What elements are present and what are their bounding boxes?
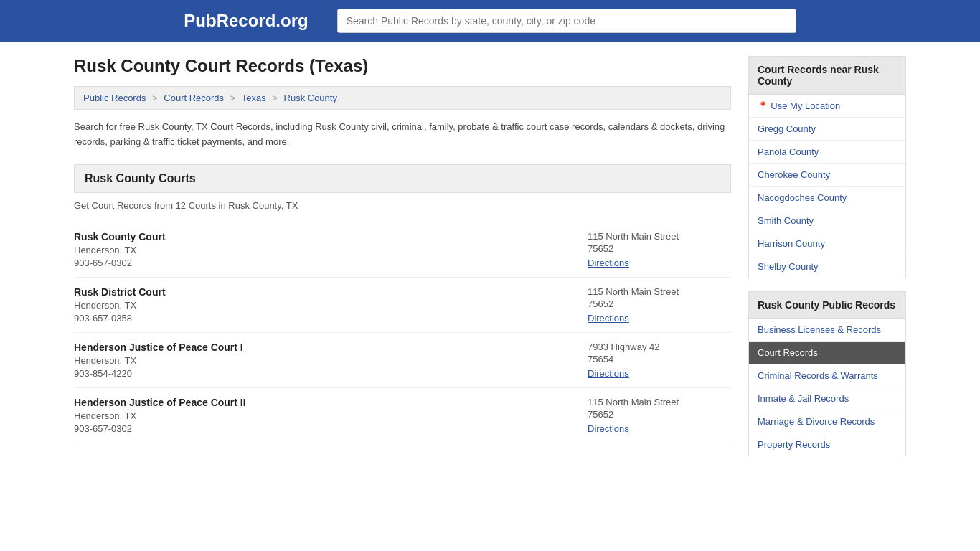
court-city: Henderson, TX <box>74 245 166 255</box>
court-left: Henderson Justice of Peace Court II Hend… <box>74 397 246 434</box>
page-description: Search for free Rusk County, TX Court Re… <box>74 120 731 150</box>
court-left: Rusk District Court Henderson, TX 903-65… <box>74 286 166 324</box>
breadcrumb-court-records[interactable]: Court Records <box>164 93 224 103</box>
directions-link[interactable]: Directions <box>588 423 629 434</box>
sidebar: Court Records near Rusk County Use My Lo… <box>748 56 906 469</box>
directions-link[interactable]: Directions <box>588 368 629 379</box>
court-address: 115 North Main Street <box>588 397 731 408</box>
main-content: Rusk County Court Records (Texas) Public… <box>74 56 731 469</box>
site-title[interactable]: PubRecord.org <box>184 11 308 31</box>
breadcrumb-sep-1: > <box>152 93 158 103</box>
sidebar-item-shelby-county[interactable]: Shelby County <box>749 255 905 278</box>
court-name: Rusk District Court <box>74 286 166 298</box>
courts-intro: Get Court Records from 12 Courts in Rusk… <box>74 200 731 211</box>
directions-link[interactable]: Directions <box>588 258 629 268</box>
court-right: 115 North Main Street 75652 Directions <box>588 397 731 434</box>
court-zip: 75652 <box>588 409 731 420</box>
sidebar-item-gregg-county[interactable]: Gregg County <box>749 118 905 141</box>
court-right: 7933 Highway 42 75654 Directions <box>588 342 731 379</box>
court-phone: 903-854-4220 <box>74 368 243 379</box>
sidebar-item-business-licenses[interactable]: Business Licenses & Records <box>749 319 905 342</box>
page-title: Rusk County Court Records (Texas) <box>74 56 731 76</box>
sidebar-item-inmate-jail-records[interactable]: Inmate & Jail Records <box>749 387 905 410</box>
court-zip: 75652 <box>588 298 731 309</box>
content-wrapper: Rusk County Court Records (Texas) Public… <box>60 42 920 484</box>
sidebar-item-marriage-divorce-records[interactable]: Marriage & Divorce Records <box>749 410 905 433</box>
sidebar-item-use-location[interactable]: Use My Location <box>749 95 905 118</box>
public-records-section-title: Rusk County Public Records <box>748 291 906 319</box>
breadcrumb-texas[interactable]: Texas <box>242 93 266 103</box>
court-address: 7933 Highway 42 <box>588 342 731 352</box>
header: PubRecord.org <box>0 0 980 42</box>
court-right: 115 North Main Street 75652 Directions <box>588 231 731 268</box>
sidebar-item-harrison-county[interactable]: Harrison County <box>749 232 905 255</box>
breadcrumb-rusk-county[interactable]: Rusk County <box>284 93 337 103</box>
breadcrumb-public-records[interactable]: Public Records <box>83 93 146 103</box>
breadcrumb: Public Records > Court Records > Texas >… <box>74 86 731 110</box>
court-zip: 75654 <box>588 354 731 364</box>
nearby-list: Use My Location Gregg County Panola Coun… <box>748 95 906 278</box>
table-row: Rusk County Court Henderson, TX 903-657-… <box>74 222 731 278</box>
table-row: Henderson Justice of Peace Court II Hend… <box>74 388 731 443</box>
court-name: Rusk County Court <box>74 231 166 242</box>
breadcrumb-sep-2: > <box>230 93 236 103</box>
courts-list: Rusk County Court Henderson, TX 903-657-… <box>74 222 731 443</box>
court-city: Henderson, TX <box>74 300 166 311</box>
court-zip: 75652 <box>588 243 731 254</box>
court-name: Henderson Justice of Peace Court II <box>74 397 246 408</box>
sidebar-item-criminal-records[interactable]: Criminal Records & Warrants <box>749 364 905 387</box>
directions-link[interactable]: Directions <box>588 313 629 324</box>
nearby-section-title: Court Records near Rusk County <box>748 56 906 95</box>
court-phone: 903-657-0358 <box>74 313 166 324</box>
search-input[interactable] <box>337 9 796 33</box>
sidebar-item-property-records[interactable]: Property Records <box>749 433 905 456</box>
sidebar-item-court-records[interactable]: Court Records <box>749 342 905 364</box>
sidebar-item-cherokee-county[interactable]: Cherokee County <box>749 164 905 187</box>
court-address: 115 North Main Street <box>588 286 731 297</box>
courts-section-header: Rusk County Courts <box>74 164 731 193</box>
table-row: Rusk District Court Henderson, TX 903-65… <box>74 278 731 333</box>
table-row: Henderson Justice of Peace Court I Hende… <box>74 333 731 388</box>
sidebar-item-nacogdoches-county[interactable]: Nacogdoches County <box>749 187 905 209</box>
court-city: Henderson, TX <box>74 410 246 421</box>
court-phone: 903-657-0302 <box>74 423 246 434</box>
court-address: 115 North Main Street <box>588 231 731 242</box>
sidebar-item-smith-county[interactable]: Smith County <box>749 209 905 232</box>
court-name: Henderson Justice of Peace Court I <box>74 342 243 353</box>
sidebar-item-panola-county[interactable]: Panola County <box>749 141 905 164</box>
court-left: Rusk County Court Henderson, TX 903-657-… <box>74 231 166 268</box>
public-records-list: Business Licenses & Records Court Record… <box>748 319 906 456</box>
court-city: Henderson, TX <box>74 355 243 366</box>
breadcrumb-sep-3: > <box>272 93 278 103</box>
court-phone: 903-657-0302 <box>74 258 166 268</box>
court-left: Henderson Justice of Peace Court I Hende… <box>74 342 243 379</box>
court-right: 115 North Main Street 75652 Directions <box>588 286 731 324</box>
